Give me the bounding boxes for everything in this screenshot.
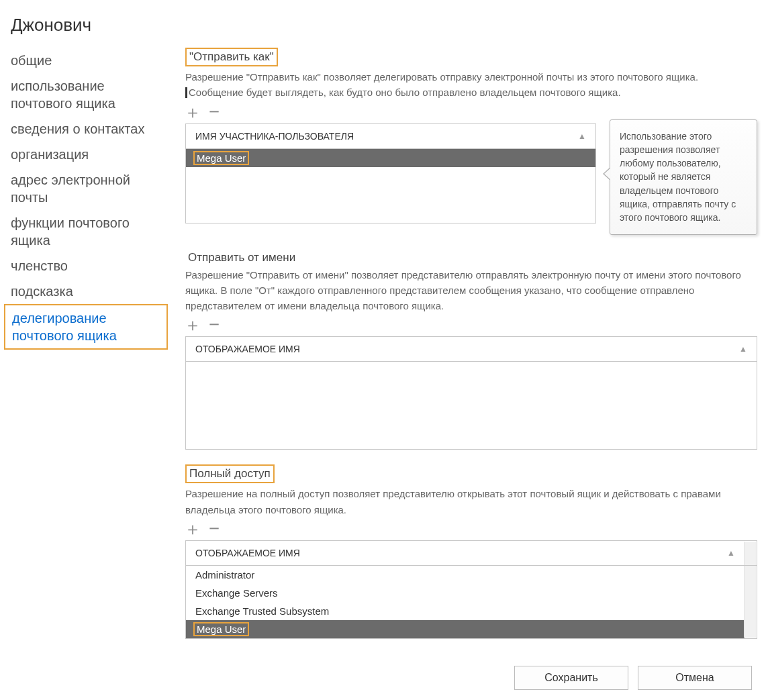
sort-asc-icon[interactable]: ▲ — [739, 344, 747, 354]
list-item-label: Mega User — [193, 151, 249, 165]
sidebar-item-mailbox-delegation[interactable]: делегирование почтового ящика — [4, 304, 168, 350]
send-as-title: "Отправить как" — [185, 48, 278, 66]
sidebar-item-general[interactable]: общие — [11, 48, 165, 73]
send-as-listbox: ИМЯ УЧАСТНИКА-ПОЛЬЗОВАТЕЛЯ ▲ Mega User — [185, 123, 596, 223]
cancel-button[interactable]: Отмена — [638, 666, 752, 690]
send-on-behalf-column-header[interactable]: ОТОБРАЖАЕМОЕ ИМЯ ▲ — [186, 337, 757, 362]
sidebar-item-mailtip[interactable]: подсказка — [11, 279, 165, 304]
page-title: Джонович — [4, 12, 764, 48]
text-cursor-marker — [185, 87, 187, 98]
send-as-desc-line1: Разрешение "Отправить как" позволяет дел… — [185, 71, 698, 83]
sidebar-item-member-of[interactable]: членство — [11, 253, 165, 279]
full-access-column-header[interactable]: ОТОБРАЖАЕМОЕ ИМЯ ▲ — [186, 541, 757, 566]
send-as-desc-line2: Сообщение будет выглядеть, как будто оно… — [189, 87, 621, 98]
send-as-column-header[interactable]: ИМЯ УЧАСТНИКА-ПОЛЬЗОВАТЕЛЯ ▲ — [186, 124, 595, 149]
remove-icon[interactable]: － — [207, 103, 222, 118]
dialog-footer: Сохранить Отмена — [185, 654, 757, 693]
sort-asc-icon[interactable]: ▲ — [727, 548, 735, 558]
sidebar-item-organization[interactable]: организация — [11, 142, 165, 167]
sidebar-item-contact-info[interactable]: сведения о контактах — [11, 116, 165, 142]
send-on-behalf-title: Отправить от имени — [185, 250, 298, 266]
sort-asc-icon[interactable]: ▲ — [578, 132, 586, 141]
column-header-label: ОТОБРАЖАЕМОЕ ИМЯ — [195, 548, 300, 558]
send-as-tooltip: Использование этого разрешения позволяет… — [610, 119, 757, 235]
list-item[interactable]: Mega User — [186, 620, 745, 638]
sidebar-item-email-address[interactable]: адрес электронной почты — [11, 167, 165, 210]
full-access-list-body: Administrator Exchange Servers Exchange … — [186, 566, 745, 638]
full-access-toolbar: ＋ － — [185, 521, 757, 536]
section-send-as: "Отправить как" Разрешение "Отправить ка… — [185, 48, 757, 235]
list-item[interactable]: Exchange Servers — [186, 584, 745, 602]
column-header-label: ИМЯ УЧАСТНИКА-ПОЛЬЗОВАТЕЛЯ — [195, 131, 354, 142]
send-as-toolbar: ＋ － — [185, 105, 757, 119]
column-header-label: ОТОБРАЖАЕМОЕ ИМЯ — [195, 344, 300, 354]
main-content: "Отправить как" Разрешение "Отправить ка… — [165, 48, 764, 693]
list-item[interactable]: Administrator — [186, 566, 745, 584]
send-on-behalf-listbox: ОТОБРАЖАЕМОЕ ИМЯ ▲ — [185, 336, 757, 450]
list-item[interactable]: Mega User — [186, 149, 595, 167]
sidebar: общие использование почтового ящика свед… — [4, 48, 165, 350]
send-as-list-body: Mega User — [186, 149, 595, 223]
send-as-description: Разрешение "Отправить как" позволяет дел… — [185, 69, 757, 101]
list-item-label: Mega User — [193, 622, 249, 636]
full-access-listbox: ОТОБРАЖАЕМОЕ ИМЯ ▲ Administrator Exchang… — [185, 540, 757, 639]
add-icon[interactable]: ＋ — [185, 521, 200, 536]
remove-icon[interactable]: － — [207, 520, 222, 535]
section-send-on-behalf: Отправить от имени Разрешение "Отправить… — [185, 250, 757, 450]
send-on-behalf-description: Разрешение "Отправить от имени" позволяе… — [185, 267, 757, 314]
full-access-description: Разрешение на полный доступ позволяет пр… — [185, 486, 757, 517]
add-icon[interactable]: ＋ — [185, 317, 200, 332]
section-full-access: Полный доступ Разрешение на полный досту… — [185, 464, 757, 639]
remove-icon[interactable]: － — [207, 316, 222, 331]
save-button[interactable]: Сохранить — [514, 666, 628, 690]
sidebar-item-mailbox-usage[interactable]: использование почтового ящика — [11, 73, 165, 116]
send-on-behalf-list-body — [186, 362, 757, 449]
send-on-behalf-toolbar: ＋ － — [185, 317, 757, 332]
sidebar-item-mailbox-features[interactable]: функции почтового ящика — [11, 210, 165, 253]
list-item[interactable]: Exchange Trusted Subsystem — [186, 602, 745, 620]
add-icon[interactable]: ＋ — [185, 105, 200, 119]
full-access-title: Полный доступ — [185, 464, 275, 483]
